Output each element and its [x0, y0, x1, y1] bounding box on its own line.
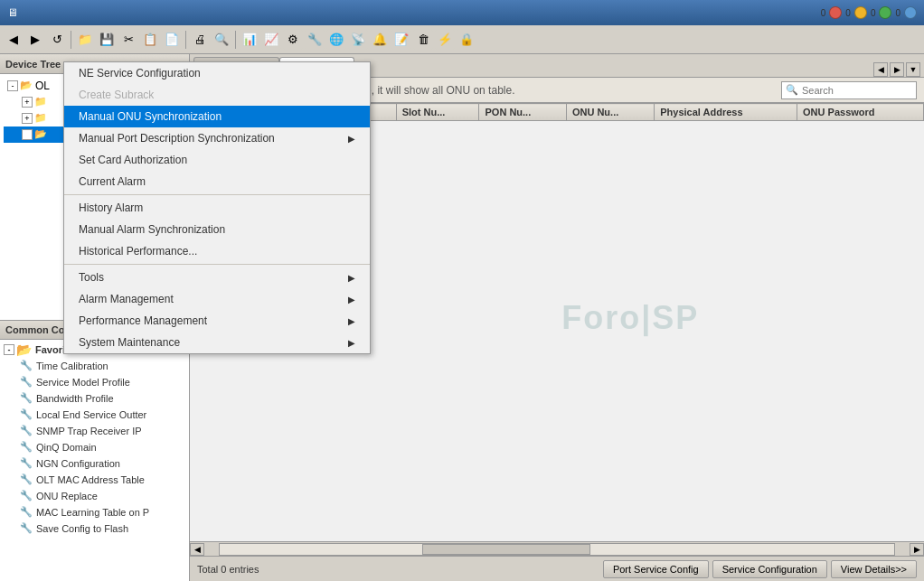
menu-item-historical-perf[interactable]: Historical Performance...	[64, 240, 370, 262]
tab-nav-down[interactable]: ▼	[906, 62, 920, 77]
common-item-mac-learning[interactable]: 🔧 MAC Learning Table on P	[2, 504, 187, 520]
menu-item-current-alarm-label: Current Alarm	[79, 175, 146, 188]
toolbar-btn-copy[interactable]: 📋	[140, 30, 160, 50]
menu-item-port-desc-sync[interactable]: Manual Port Description Synchronization …	[64, 127, 370, 149]
toolbar-btn-note[interactable]: 📝	[391, 30, 411, 50]
toolbar-btn-forward[interactable]: ▶	[25, 30, 45, 50]
toolbar-btn-network[interactable]: 🌐	[326, 30, 346, 50]
watermark: Foro|SP	[561, 299, 699, 337]
tab-nav: ◀ ▶ ▼	[873, 62, 920, 77]
service-configuration-btn[interactable]: Service Configuration	[712, 560, 827, 578]
col-onu-password: ONU Password	[797, 104, 924, 121]
common-item-local-end[interactable]: 🔧 Local End Service Outter	[2, 407, 187, 423]
toolbar-btn-power[interactable]: ⚡	[435, 30, 455, 50]
menu-item-sys-maintenance[interactable]: System Maintenance ▶	[64, 332, 370, 353]
col-onu-num: ONU Nu...	[566, 104, 654, 121]
tree-icon-2: 📁	[34, 112, 47, 125]
menu-item-ne-service[interactable]: NE Service Configuration	[64, 62, 370, 84]
ngn-icon: 🔧	[20, 457, 33, 470]
common-item-snmp-label: SNMP Trap Receiver IP	[36, 426, 142, 436]
common-item-service-model[interactable]: 🔧 Service Model Profile	[2, 374, 187, 390]
scrollbar-track[interactable]	[219, 543, 895, 556]
toolbar-btn-chart[interactable]: 📊	[240, 30, 259, 50]
scrollbar-right[interactable]: ▶	[910, 543, 924, 556]
app-icon: 🖥	[7, 6, 18, 19]
title-bar-left: 🖥	[7, 6, 18, 19]
favorite-folder-icon: 📂	[16, 342, 32, 357]
tab-nav-left[interactable]: ◀	[873, 62, 888, 77]
status-bar: Total 0 entries Port Service Config Serv…	[190, 556, 924, 581]
menu-item-current-alarm[interactable]: Current Alarm	[64, 171, 370, 192]
circle-green[interactable]	[879, 6, 891, 19]
toolbar-btn-signal[interactable]: 📡	[348, 30, 368, 50]
green-count: 0	[871, 8, 876, 18]
scrollbar-left[interactable]: ◀	[190, 543, 204, 556]
toolbar-btn-save[interactable]: 💾	[97, 30, 117, 50]
menu-item-set-card-auth-label: Set Card Authorization	[79, 154, 187, 166]
yellow-count: 0	[845, 8, 851, 18]
tab-nav-right[interactable]: ▶	[890, 62, 904, 77]
menu-item-manual-onu-sync-label: Manual ONU Synchronization	[79, 110, 222, 123]
toolbar-btn-delete[interactable]: 🗑	[413, 30, 433, 50]
common-item-olt-mac[interactable]: 🔧 OLT MAC Address Table	[2, 472, 187, 488]
common-item-time-calibration[interactable]: 🔧 Time Calibration	[2, 358, 187, 374]
common-item-local-end-label: Local End Service Outter	[36, 409, 146, 420]
search-box[interactable]: 🔍	[781, 81, 917, 99]
scrollbar-area: ◀ ▶	[190, 541, 924, 556]
toolbar-btn-graph[interactable]: 📈	[261, 30, 281, 50]
tree-expand-1[interactable]: +	[22, 97, 33, 108]
menu-item-tools[interactable]: Tools ▶	[64, 267, 370, 288]
toolbar-sep-2	[185, 31, 186, 49]
col-slot-num: Slot Nu...	[396, 104, 479, 121]
menu-item-history-alarm[interactable]: History Alarm	[64, 197, 370, 219]
tree-expand-root[interactable]: -	[7, 80, 18, 91]
menu-item-manual-alarm-sync[interactable]: Manual Alarm Synchronization	[64, 219, 370, 240]
menu-item-set-card-auth[interactable]: Set Card Authorization	[64, 149, 370, 171]
time-calibration-icon: 🔧	[20, 360, 33, 372]
toolbar-btn-alarm[interactable]: 🔔	[370, 30, 390, 50]
toolbar-btn-folder[interactable]: 📁	[75, 30, 95, 50]
circle-red[interactable]	[829, 6, 842, 19]
local-end-icon: 🔧	[20, 408, 33, 421]
common-item-qinq[interactable]: 🔧 QinQ Domain	[2, 439, 187, 455]
common-item-save-config[interactable]: 🔧 Save Config to Flash	[2, 520, 187, 537]
toolbar-btn-back[interactable]: ◀	[4, 30, 24, 50]
common-item-service-model-label: Service Model Profile	[36, 377, 130, 388]
common-item-onu-replace[interactable]: 🔧 ONU Replace	[2, 488, 187, 504]
common-list[interactable]: - 📂 Favorite 🔧 Time Calibration 🔧 Servic…	[0, 340, 189, 582]
menu-arrow-perf-mgmt: ▶	[348, 316, 355, 326]
menu-item-manual-onu-sync[interactable]: Manual ONU Synchronization	[64, 106, 370, 127]
common-item-ngn[interactable]: 🔧 NGN Configuration	[2, 455, 187, 472]
toolbar-btn-paste[interactable]: 📄	[162, 30, 182, 50]
total-entries: Total 0 entries	[197, 564, 259, 575]
tree-expand-3[interactable]: -	[22, 129, 33, 140]
common-item-bandwidth-label: Bandwidth Profile	[36, 393, 114, 404]
tree-icon-3: 📂	[34, 128, 47, 141]
menu-item-alarm-mgmt[interactable]: Alarm Management ▶	[64, 288, 370, 310]
common-item-onu-replace-label: ONU Replace	[36, 491, 98, 501]
toolbar-btn-cut[interactable]: ✂	[118, 30, 138, 50]
circle-yellow[interactable]	[854, 6, 867, 19]
view-details-btn[interactable]: View Details>>	[831, 560, 917, 578]
menu-item-perf-mgmt[interactable]: Performance Management ▶	[64, 310, 370, 332]
snmp-icon: 🔧	[20, 425, 33, 437]
common-item-snmp[interactable]: 🔧 SNMP Trap Receiver IP	[2, 423, 187, 439]
port-service-config-btn[interactable]: Port Service Config	[603, 560, 709, 578]
scrollbar-thumb[interactable]	[422, 544, 591, 555]
tree-expand-2[interactable]: +	[22, 113, 33, 124]
toolbar-btn-lock[interactable]: 🔒	[457, 30, 476, 50]
menu-item-sys-maintenance-label: System Maintenance	[79, 336, 180, 349]
toolbar-btn-print[interactable]: 🖨	[190, 30, 210, 50]
common-item-bandwidth[interactable]: 🔧 Bandwidth Profile	[2, 390, 187, 407]
toolbar-btn-search[interactable]: 🔍	[212, 30, 231, 50]
circle-blue[interactable]	[904, 6, 917, 19]
olt-mac-icon: 🔧	[20, 473, 33, 486]
favorite-expand[interactable]: -	[4, 344, 14, 355]
menu-sep-1	[64, 194, 370, 195]
toolbar-btn-refresh[interactable]: ↺	[47, 30, 67, 50]
toolbar-btn-tools[interactable]: 🔧	[305, 30, 325, 50]
toolbar-btn-settings[interactable]: ⚙	[283, 30, 303, 50]
menu-item-alarm-mgmt-label: Alarm Management	[79, 293, 174, 305]
search-input[interactable]	[802, 85, 910, 96]
common-group-favorite: - 📂 Favorite 🔧 Time Calibration 🔧 Servic…	[2, 342, 187, 537]
